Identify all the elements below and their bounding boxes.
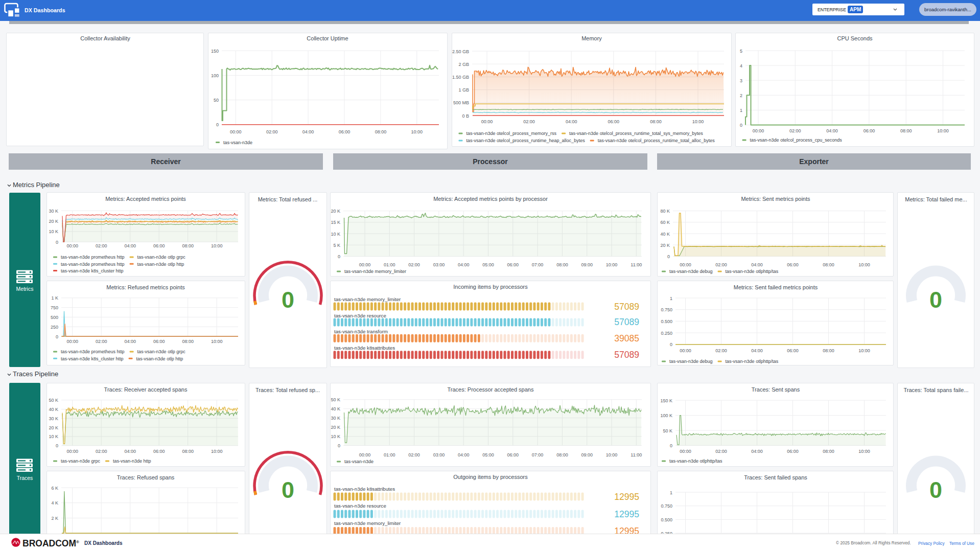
svg-text:tas-vsan-n3de otlp http: tas-vsan-n3de otlp http [137,262,184,267]
svg-text:10:00: 10:00 [211,339,223,344]
svg-text:04:00: 04:00 [458,262,470,267]
svg-text:12995: 12995 [614,492,639,502]
svg-text:10:00: 10:00 [858,449,870,454]
svg-text:tas-vsan-n3de transform: tas-vsan-n3de transform [334,329,388,334]
svg-text:08:00: 08:00 [900,128,912,133]
svg-text:750: 750 [51,305,58,310]
svg-text:Traces: Total spans faile...: Traces: Total spans faile... [903,387,968,393]
svg-text:06:00: 06:00 [608,119,620,124]
svg-text:0 B: 0 B [462,113,469,119]
svg-text:tas-vsan-n3de otlp grpc: tas-vsan-n3de otlp grpc [137,349,186,354]
svg-text:06:00: 06:00 [153,449,165,454]
svg-text:tas-vsan-n3de k8s_cluster http: tas-vsan-n3de k8s_cluster http [61,268,124,273]
svg-text:57089: 57089 [614,302,639,312]
svg-text:tas-vsan-n3de resource: tas-vsan-n3de resource [334,503,386,509]
svg-text:06:00: 06:00 [339,129,351,134]
svg-text:00:00: 00:00 [680,262,691,267]
svg-text:0: 0 [56,240,58,245]
svg-text:00:00: 00:00 [680,348,691,353]
svg-text:tas-vsan-n3de memory_limiter: tas-vsan-n3de memory_limiter [334,296,401,302]
svg-text:tas-vsan-n3de resource: tas-vsan-n3de resource [334,313,386,318]
svg-text:10:00: 10:00 [606,262,618,267]
svg-text:20 K: 20 K [331,425,340,430]
svg-text:2: 2 [740,93,742,98]
svg-text:05:00: 05:00 [482,452,494,457]
svg-text:08:00: 08:00 [182,339,194,344]
svg-text:40 K: 40 K [49,407,58,412]
svg-text:00:00: 00:00 [66,449,78,454]
svg-text:12995: 12995 [614,509,639,519]
svg-text:Metrics: Sent failed metrics p: Metrics: Sent failed metrics points [734,284,818,290]
svg-text:tas-vsan-n3de prometheus http: tas-vsan-n3de prometheus http [61,349,125,354]
svg-text:06:00: 06:00 [864,128,875,133]
svg-text:04:00: 04:00 [124,339,136,344]
svg-text:01:00: 01:00 [384,262,395,267]
svg-text:0: 0 [56,443,58,448]
svg-text:Metrics: Total refused ...: Metrics: Total refused ... [258,196,318,202]
svg-text:tas-vsan-n3de otelcol_process_: tas-vsan-n3de otelcol_process_runtime_to… [598,138,715,143]
svg-text:50: 50 [214,98,219,103]
svg-text:0: 0 [282,287,294,313]
svg-text:0: 0 [670,342,672,347]
svg-text:tas-vsan-n3de otlp http: tas-vsan-n3de otlp http [136,356,183,361]
svg-text:0: 0 [667,254,670,259]
svg-text:01:00: 01:00 [384,452,395,457]
svg-text:08:00: 08:00 [556,262,568,267]
svg-text:20 K: 20 K [49,425,58,430]
svg-text:10:00: 10:00 [606,452,618,457]
svg-text:tas-vsan-n3de: tas-vsan-n3de [223,140,252,145]
svg-text:0.250: 0.250 [661,331,672,336]
svg-text:tas-vsan-n3de prometheus http: tas-vsan-n3de prometheus http [61,262,125,267]
svg-text:00:00: 00:00 [359,262,371,267]
svg-text:10:00: 10:00 [858,348,870,353]
svg-text:tas-vsan-n3de grpc: tas-vsan-n3de grpc [61,459,101,464]
svg-text:07:00: 07:00 [532,452,544,457]
svg-text:50 K: 50 K [331,397,340,402]
svg-text:04:00: 04:00 [458,452,470,457]
svg-text:08:00: 08:00 [182,243,194,248]
svg-text:Traces: Processor accepted spa: Traces: Processor accepted spans [448,386,534,393]
svg-text:0: 0 [740,123,742,128]
svg-text:08:00: 08:00 [650,119,662,124]
svg-text:02:00: 02:00 [96,449,107,454]
svg-text:Traces: Traces [17,475,33,481]
svg-text:09:00: 09:00 [581,452,593,457]
svg-text:150: 150 [211,49,219,54]
svg-text:tas-vsan-n3de debug: tas-vsan-n3de debug [669,269,713,274]
svg-text:04:00: 04:00 [124,243,136,248]
svg-text:10:00: 10:00 [937,128,949,133]
svg-text:00:00: 00:00 [481,119,493,124]
svg-text:04:00: 04:00 [751,348,763,353]
svg-text:30 K: 30 K [49,209,58,214]
svg-text:Metrics: Metrics [16,286,34,292]
svg-text:5: 5 [740,49,742,54]
svg-text:2 GB: 2 GB [458,62,469,67]
svg-text:20 K: 20 K [49,219,58,224]
svg-text:Traces: Refused spans: Traces: Refused spans [117,474,175,480]
svg-text:08:00: 08:00 [823,348,834,353]
svg-text:39085: 39085 [614,333,639,343]
svg-text:0: 0 [929,287,942,313]
svg-text:40 K: 40 K [331,406,340,411]
svg-text:CPU Seconds: CPU Seconds [837,35,873,41]
svg-text:500: 500 [51,315,58,320]
svg-text:11:00: 11:00 [631,262,642,267]
svg-text:0: 0 [670,443,672,448]
svg-text:1: 1 [670,490,672,495]
svg-text:09:00: 09:00 [581,262,593,267]
svg-text:6 K: 6 K [51,486,58,491]
svg-text:100 K: 100 K [660,413,672,418]
svg-text:Collector Availability: Collector Availability [80,35,130,41]
svg-text:57089: 57089 [614,350,639,360]
svg-text:Metrics: Sent metrics points: Metrics: Sent metrics points [741,196,810,202]
svg-text:10:00: 10:00 [211,243,223,248]
svg-text:15 K: 15 K [331,220,340,225]
svg-text:1 K: 1 K [51,295,58,301]
svg-text:tas-vsan-n3de prometheus http: tas-vsan-n3de prometheus http [61,255,125,260]
svg-text:57089: 57089 [614,317,639,327]
svg-text:tas-vsan-n3de otlphttp/tas: tas-vsan-n3de otlphttp/tas [669,459,722,464]
svg-text:Traces: Sent spans: Traces: Sent spans [752,386,800,393]
svg-text:00:00: 00:00 [680,449,691,454]
svg-text:1: 1 [740,108,742,113]
svg-text:tas-vsan-n3de k8s_cluster http: tas-vsan-n3de k8s_cluster http [61,356,124,361]
